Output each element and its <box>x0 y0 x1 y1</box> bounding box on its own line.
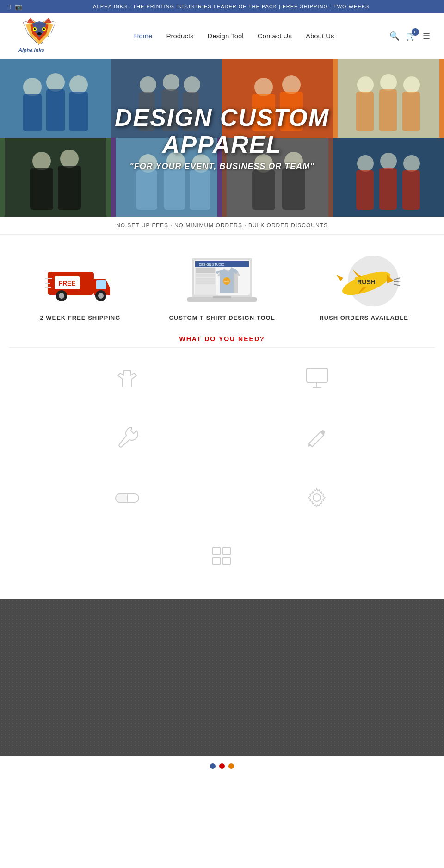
cart-icon[interactable]: 🛒 0 <box>406 31 416 41</box>
design-tool-wrench[interactable] <box>37 416 217 468</box>
hero-title: DESIGN CUSTOM APPAREL <box>115 105 329 157</box>
svg-rect-95 <box>116 494 127 502</box>
svg-marker-7 <box>44 18 52 23</box>
header: Alpha Inks Home Products Design Tool Con… <box>0 13 444 59</box>
design-tool-grid[interactable] <box>201 536 243 585</box>
wrench-icon <box>116 425 139 455</box>
svg-rect-98 <box>223 547 230 555</box>
rush-airplane-icon: RUSH <box>327 256 401 306</box>
hero-subtitle: "FOR YOUR EVENT, BUSINESS OR TEAM" <box>130 162 314 171</box>
svg-text:INKS: INKS <box>224 280 229 283</box>
monitor-icon <box>304 366 330 393</box>
svg-text:Alpha Inks: Alpha Inks <box>18 47 44 53</box>
feature-rush: RUSH RUSH ORDERS AVAILABLE <box>300 253 428 321</box>
svg-rect-99 <box>213 557 220 565</box>
dark-content <box>0 599 444 756</box>
pencil-icon <box>304 425 330 455</box>
svg-rect-82 <box>213 296 231 298</box>
dark-section <box>0 599 444 756</box>
carousel-dot-3[interactable] <box>228 763 234 769</box>
design-tool-icon-wrap: DESIGN STUDIO INKS <box>185 253 259 309</box>
svg-marker-6 <box>27 18 35 23</box>
menu-icon[interactable]: ☰ <box>423 31 430 41</box>
svg-point-5 <box>37 32 42 35</box>
carousel-dots <box>0 756 444 776</box>
svg-rect-78 <box>196 274 215 277</box>
design-tool-monitor[interactable] <box>227 357 407 406</box>
svg-rect-97 <box>213 547 220 555</box>
svg-point-64 <box>59 293 64 299</box>
instagram-icon[interactable]: 📷 <box>15 3 22 10</box>
feature-design-tool: DESIGN STUDIO INKS CUSTOM T-SHIRT DESIGN… <box>158 253 286 321</box>
svg-rect-100 <box>223 557 230 565</box>
svg-text:FREE: FREE <box>59 280 76 287</box>
svg-rect-80 <box>196 281 215 284</box>
svg-point-66 <box>98 293 104 299</box>
svg-point-3 <box>34 28 36 30</box>
design-tool-gear[interactable] <box>227 477 407 526</box>
sub-tagline: NO SET UP FEES · NO MINIMUM ORDERS · BUL… <box>0 217 444 235</box>
nav-products[interactable]: Products <box>166 32 193 40</box>
design-tool-apparel[interactable] <box>37 357 217 406</box>
svg-rect-62 <box>96 280 106 289</box>
svg-rect-79 <box>196 278 215 281</box>
svg-rect-90 <box>307 368 327 382</box>
shipping-label: 2 WEEK FREE SHIPPING <box>40 314 120 321</box>
carousel-dot-1[interactable] <box>210 763 216 769</box>
footer-spacer <box>0 776 444 804</box>
svg-point-96 <box>313 494 321 501</box>
nav-about-us[interactable]: About Us <box>306 32 334 40</box>
van-icon: FREE <box>45 258 115 304</box>
design-tool-label: CUSTOM T-SHIRT DESIGN TOOL <box>169 314 275 321</box>
shipping-icon-wrap: FREE <box>43 253 117 309</box>
nav-home[interactable]: Home <box>134 32 152 40</box>
design-tools-grid <box>0 348 444 599</box>
social-icons: f 📷 <box>9 3 22 10</box>
svg-point-4 <box>43 28 45 30</box>
top-bar: f 📷 ALPHA INKS : THE PRINTING INDUSTRIES… <box>0 0 444 13</box>
svg-rect-92 <box>313 387 321 388</box>
what-do-you-need[interactable]: WHAT DO YOU NEED? <box>0 331 444 347</box>
rush-label: RUSH ORDERS AVAILABLE <box>319 314 408 321</box>
grid-icon <box>210 545 234 572</box>
header-icons: 🔍 🛒 0 ☰ <box>389 31 430 41</box>
nav-design-tool[interactable]: Design Tool <box>208 32 244 40</box>
hero-overlay: DESIGN CUSTOM APPAREL "FOR YOUR EVENT, B… <box>0 59 444 217</box>
capsule-icon <box>113 488 141 511</box>
nav-contact-us[interactable]: Contact Us <box>258 32 292 40</box>
cart-count: 0 <box>412 28 419 36</box>
features-section: FREE 2 WEEK FREE SHIPPING <box>0 235 444 331</box>
carousel-dot-2[interactable] <box>219 763 225 769</box>
rush-icon-wrap: RUSH <box>327 253 401 309</box>
svg-text:DESIGN STUDIO: DESIGN STUDIO <box>199 263 225 266</box>
search-icon[interactable]: 🔍 <box>389 31 400 41</box>
top-bar-text: ALPHA INKS : THE PRINTING INDUSTRIES LEA… <box>28 4 435 9</box>
svg-rect-77 <box>196 268 215 273</box>
feature-shipping: FREE 2 WEEK FREE SHIPPING <box>16 253 144 321</box>
design-tool-pencil[interactable] <box>227 416 407 468</box>
gear-icon <box>305 486 328 513</box>
main-nav: Home Products Design Tool Contact Us Abo… <box>79 32 389 40</box>
facebook-icon[interactable]: f <box>9 3 11 10</box>
logo: Alpha Inks <box>14 18 65 55</box>
svg-text:RUSH: RUSH <box>357 278 376 286</box>
laptop-icon: DESIGN STUDIO INKS <box>185 256 259 306</box>
hero-section: DESIGN CUSTOM APPAREL "FOR YOUR EVENT, B… <box>0 59 444 217</box>
design-tool-capsule[interactable] <box>37 477 217 526</box>
logo-area[interactable]: Alpha Inks <box>14 18 79 55</box>
apparel-icon <box>116 366 139 393</box>
